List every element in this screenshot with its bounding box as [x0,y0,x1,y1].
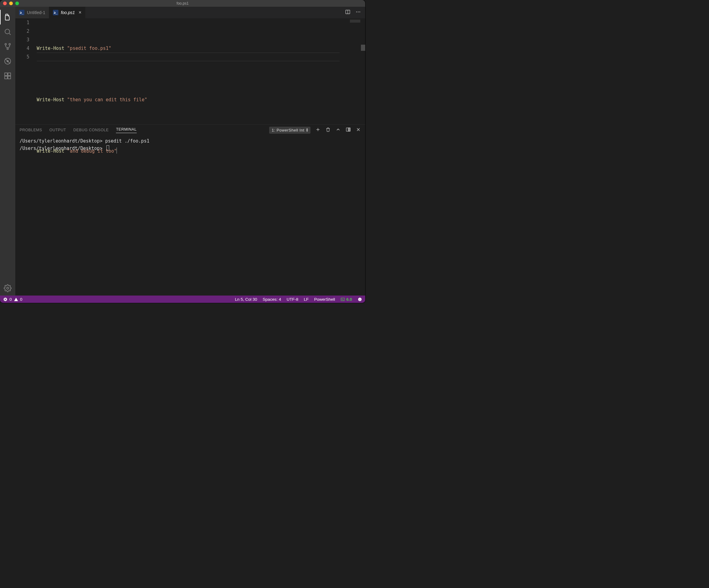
window-title: foo.ps1 [0,1,365,5]
status-powershell-version[interactable]: 6.0 [340,297,352,302]
svg-point-10 [7,287,9,289]
code-area[interactable]: Write-Host "psedit foo.ps1" Write-Host "… [37,18,349,124]
svg-point-19 [358,297,362,301]
editor-actions [345,7,365,18]
current-line-highlight [37,53,340,61]
extensions-icon[interactable] [0,69,15,83]
overview-ruler[interactable] [361,18,365,124]
powershell-icon: ≥_ [53,10,58,15]
svg-point-0 [5,29,9,34]
terminal-selector[interactable]: 1: PowerShell Int ▲▼ [269,128,311,132]
window-controls [0,2,19,5]
source-control-icon[interactable] [0,39,15,54]
settings-gear-icon[interactable] [0,281,15,296]
code-line [37,70,349,78]
status-encoding[interactable]: UTF-8 [287,297,298,302]
zoom-window-button[interactable] [15,2,19,5]
line-number: 1 [15,18,29,27]
tab-untitled[interactable]: ≥_ Untitled-1 [15,7,49,18]
minimize-window-button[interactable] [9,2,13,5]
powershell-icon: ≥_ [19,10,24,15]
tab-bar: ≥_ Untitled-1 ≥_ foo.ps1 × [15,7,365,18]
status-indentation[interactable]: Spaces: 4 [263,297,281,302]
svg-rect-6 [5,73,7,76]
close-tab-icon[interactable]: × [77,10,81,15]
line-number: 5 [15,53,29,61]
code-line: Write-Host "and debug it too" [37,147,349,155]
status-feedback-icon[interactable] [358,297,362,302]
svg-point-21 [360,299,361,299]
activity-bar [0,7,15,296]
close-panel-icon[interactable] [356,127,361,133]
status-problems[interactable]: 0 0 [3,297,22,302]
status-eol[interactable]: LF [304,297,309,302]
tab-foo-ps1[interactable]: ≥_ foo.ps1 × [49,7,85,18]
warning-count: 0 [20,297,23,302]
close-window-button[interactable] [3,2,7,5]
text-cursor [116,148,117,154]
line-number: 2 [15,27,29,35]
split-editor-icon[interactable] [345,9,350,16]
line-number: 4 [15,44,29,53]
svg-point-3 [7,48,8,50]
svg-rect-18 [341,298,344,301]
editor-group: ≥_ Untitled-1 ≥_ foo.ps1 × [15,7,365,296]
line-number-gutter: 1 2 3 4 5 [15,18,37,124]
app-body: ≥_ Untitled-1 ≥_ foo.ps1 × [0,7,365,296]
search-icon[interactable] [0,24,15,39]
status-language-mode[interactable]: PowerShell [314,297,335,302]
svg-rect-9 [8,73,11,76]
svg-point-12 [356,11,357,12]
svg-rect-8 [8,76,11,79]
more-actions-icon[interactable] [356,9,361,16]
status-cursor-position[interactable]: Ln 5, Col 30 [235,297,257,302]
tab-label: Untitled-1 [27,10,45,15]
svg-point-20 [359,299,360,299]
code-line: Write-Host "psedit foo.ps1" [37,44,349,53]
code-line: Write-Host "then you can edit this file" [37,96,349,104]
code-editor[interactable]: 1 2 3 4 5 Write-Host "psedit foo.ps1" Wr… [15,18,365,124]
svg-point-5 [7,60,9,62]
minimap[interactable] [349,18,361,124]
app-window: foo.ps1 [0,0,365,303]
status-bar: 0 0 Ln 5, Col 30 Spaces: 4 UTF-8 LF Powe… [0,296,365,303]
tab-label: foo.ps1 [61,10,75,15]
explorer-icon[interactable] [0,10,15,24]
debug-icon[interactable] [0,54,15,69]
error-count: 0 [9,297,12,302]
svg-point-1 [5,44,6,45]
line-number: 3 [15,35,29,44]
title-bar: foo.ps1 [0,0,365,7]
svg-point-14 [359,11,360,12]
svg-point-2 [9,44,10,45]
svg-point-13 [358,11,359,12]
svg-rect-7 [5,76,7,79]
